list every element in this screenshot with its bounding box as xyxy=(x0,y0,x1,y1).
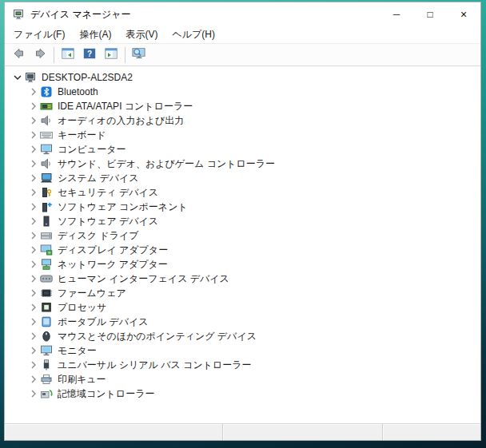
tree-item[interactable]: ファームウェア xyxy=(5,286,480,300)
sound-game-icon xyxy=(40,158,53,169)
tree-item[interactable]: システム デバイス xyxy=(5,171,480,185)
monitor-icon xyxy=(40,345,53,356)
tree-item[interactable]: コンピューター xyxy=(5,142,480,157)
chevron-down-icon[interactable] xyxy=(10,71,24,84)
status-bar xyxy=(5,423,480,440)
tree-item-label: コンピューター xyxy=(56,143,127,157)
tree-item-label: ディスプレイ アダプター xyxy=(56,244,169,257)
tree-item[interactable]: 記憶域コントローラー xyxy=(5,387,480,401)
tree-item-label: ソフトウェア コンポーネント xyxy=(56,200,189,214)
tree-item[interactable]: ネットワーク アダプター xyxy=(5,257,480,272)
chevron-right-icon[interactable] xyxy=(26,301,40,314)
network-adapter-icon xyxy=(40,259,53,270)
tree-item[interactable]: 印刷キュー xyxy=(5,372,480,387)
chevron-right-icon[interactable] xyxy=(26,114,40,127)
tree-item[interactable]: モニター xyxy=(5,343,480,358)
chevron-right-icon[interactable] xyxy=(26,244,40,256)
tree-item[interactable]: セキュリティ デバイス xyxy=(5,185,480,200)
toolbar-separator xyxy=(125,47,125,63)
tree-item[interactable]: プロセッサ xyxy=(5,300,480,315)
display-adapter-icon xyxy=(40,244,53,256)
chevron-right-icon[interactable] xyxy=(26,157,40,170)
chevron-right-icon[interactable] xyxy=(26,330,40,343)
arrow-left-icon xyxy=(13,48,25,61)
close-button[interactable]: × xyxy=(447,2,480,26)
software-device-icon xyxy=(40,216,53,227)
chevron-right-icon[interactable] xyxy=(26,172,40,184)
chevron-right-icon[interactable] xyxy=(26,272,40,285)
chevron-right-icon[interactable] xyxy=(26,186,40,199)
storage-controller-icon xyxy=(40,388,53,399)
chevron-right-icon[interactable] xyxy=(26,143,40,156)
ide-controller-icon xyxy=(40,101,53,112)
tree-item-label: プロセッサ xyxy=(56,301,108,315)
tree-item[interactable]: マウスとそのほかのポインティング デバイス xyxy=(5,329,480,343)
menu-help[interactable]: ヘルプ(H) xyxy=(165,26,222,43)
console-tree-button[interactable] xyxy=(58,46,78,65)
chevron-right-icon[interactable] xyxy=(26,387,40,400)
tree-item-label: モニター xyxy=(56,344,98,358)
chevron-right-icon[interactable] xyxy=(26,359,40,371)
chevron-right-icon[interactable] xyxy=(26,373,40,386)
menu-view[interactable]: 表示(V) xyxy=(118,26,165,43)
tree-item[interactable]: IDE ATA/ATAPI コントローラー xyxy=(5,99,480,113)
menu-action[interactable]: 操作(A) xyxy=(72,26,118,43)
help-button[interactable]: ? xyxy=(79,46,100,65)
statusbar-cell xyxy=(5,424,223,440)
tree-item[interactable]: ソフトウェア デバイス xyxy=(5,214,480,228)
tree-item-label: オーディオの入力および出力 xyxy=(56,114,185,128)
tree-item[interactable]: ソフトウェア コンポーネント xyxy=(5,200,480,214)
maximize-icon: □ xyxy=(427,9,432,20)
chevron-right-icon[interactable] xyxy=(26,200,40,213)
minimize-button[interactable]: ─ xyxy=(380,2,413,26)
tree-item[interactable]: サウンド、ビデオ、およびゲーム コントローラー xyxy=(5,157,480,171)
chevron-right-icon[interactable] xyxy=(26,229,40,242)
tree-item[interactable]: ディスク ドライブ xyxy=(5,228,480,243)
tree-item-label: ネットワーク アダプター xyxy=(56,258,169,272)
disk-drive-icon xyxy=(40,230,53,241)
back-button[interactable] xyxy=(8,46,29,65)
chevron-right-icon[interactable] xyxy=(26,315,40,328)
device-manager-icon xyxy=(12,9,25,20)
window-title: デバイス マネージャー xyxy=(30,8,380,22)
statusbar-cell xyxy=(223,424,383,440)
tree-item-label: ファームウェア xyxy=(56,287,128,300)
tree-item[interactable]: キーボード xyxy=(5,128,480,142)
menu-file[interactable]: ファイル(F) xyxy=(6,26,72,43)
computer-root-icon xyxy=(24,72,37,83)
chevron-right-icon[interactable] xyxy=(26,258,40,271)
chevron-right-icon[interactable] xyxy=(26,215,40,228)
tree-item[interactable]: ポータブル デバイス xyxy=(5,315,480,329)
chevron-right-icon[interactable] xyxy=(26,344,40,357)
chevron-right-icon[interactable] xyxy=(26,129,40,141)
action-pane-icon xyxy=(105,48,118,61)
tree-item-label: ヒューマン インターフェイス デバイス xyxy=(56,272,231,286)
mouse-icon xyxy=(40,331,53,342)
tree-item[interactable]: ユニバーサル シリアル バス コントローラー xyxy=(5,358,480,372)
tree-item-label: Bluetooth xyxy=(56,86,100,97)
tree-item-label: ポータブル デバイス xyxy=(56,315,150,329)
tree-item-label: ディスク ドライブ xyxy=(56,229,141,243)
action-pane-button[interactable] xyxy=(101,46,122,65)
statusbar-cell xyxy=(383,424,480,440)
maximize-button[interactable]: □ xyxy=(413,2,447,26)
tree-item-label: 印刷キュー xyxy=(56,373,108,387)
minimize-icon: ─ xyxy=(393,9,400,20)
console-tree-icon xyxy=(62,48,74,61)
tree-item[interactable]: ディスプレイ アダプター xyxy=(5,243,480,257)
computer-icon xyxy=(40,144,53,155)
chevron-right-icon[interactable] xyxy=(26,100,40,113)
title-bar[interactable]: デバイス マネージャー ─□× xyxy=(5,2,480,26)
tree-item[interactable]: ヒューマン インターフェイス デバイス xyxy=(5,272,480,286)
forward-button[interactable] xyxy=(30,46,50,65)
scan-hardware-icon xyxy=(132,48,146,61)
scan-hardware-button[interactable] xyxy=(129,46,149,65)
tree-item[interactable]: オーディオの入力および出力 xyxy=(5,113,480,128)
security-devices-icon xyxy=(40,187,53,198)
tree-item[interactable]: Bluetooth xyxy=(5,85,480,99)
arrow-right-icon xyxy=(34,48,46,61)
tree-root-item[interactable]: DESKTOP-AL2SDA2 xyxy=(5,70,480,85)
chevron-right-icon[interactable] xyxy=(26,287,40,299)
chevron-right-icon[interactable] xyxy=(26,85,40,98)
svg-text:?: ? xyxy=(87,50,92,58)
